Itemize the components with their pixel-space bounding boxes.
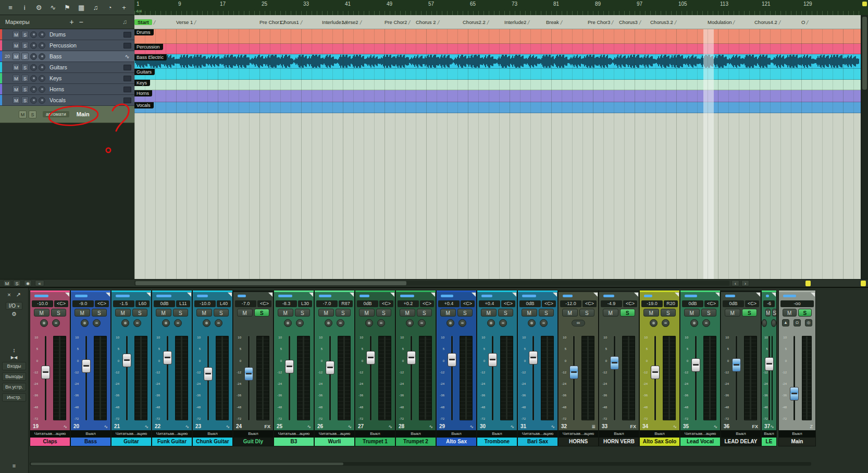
- solo-button[interactable]: S: [417, 309, 432, 317]
- fader-handle[interactable]: [407, 351, 416, 365]
- monitor-button[interactable]: [702, 319, 710, 327]
- channel-strip-trumpet-2[interactable]: +0.2<C>MS1050-12-24-36-48-7228∿ВыклTrump…: [395, 290, 436, 446]
- track-mute-button[interactable]: M: [13, 86, 20, 93]
- fader-track[interactable]: [242, 334, 255, 422]
- auto-icon[interactable]: ∿: [469, 424, 474, 429]
- track-row-guitars[interactable]: MSGuitars: [0, 62, 134, 73]
- solo-button[interactable]: S: [376, 309, 392, 317]
- auto-icon[interactable]: ∿: [307, 424, 311, 429]
- fader-handle[interactable]: [448, 353, 456, 367]
- zoom-corner-button-2[interactable]: [861, 281, 866, 286]
- record-arm-button[interactable]: [284, 319, 292, 327]
- mute-button[interactable]: M: [603, 309, 618, 317]
- fader-track[interactable]: [689, 334, 702, 422]
- marker-chorus4-2[interactable]: Chorus4.2/: [754, 17, 780, 27]
- track-record-button[interactable]: [30, 42, 37, 49]
- channel-name[interactable]: Trumpet 2: [396, 438, 436, 446]
- auto-icon[interactable]: ∿: [63, 424, 67, 429]
- gain-value[interactable]: -7.0: [316, 300, 338, 307]
- auto-icon[interactable]: ∿: [429, 424, 433, 429]
- channel-strip-lead-delay[interactable]: 0dB<C>MS1050-12-24-36-48-7236FXВыклLEAD …: [721, 290, 761, 446]
- record-arm-button[interactable]: [447, 319, 454, 327]
- auto-icon[interactable]: ∿: [226, 424, 230, 429]
- track-record-button[interactable]: [30, 86, 37, 93]
- channel-strip-main[interactable]: -ooMS▲Ω◎1050-12-24-36-48-72ZВыклMain: [778, 290, 816, 446]
- track-record-button[interactable]: [30, 64, 37, 71]
- channel-strip-horns[interactable]: -12.0<C>MS∞1050-12-24-36-48-7232≣Читатьа…: [558, 290, 599, 446]
- auto-icon[interactable]: ∿: [551, 424, 555, 429]
- record-arm-button[interactable]: [528, 319, 536, 327]
- solo-button[interactable]: S: [295, 309, 311, 317]
- auto-icon[interactable]: ∿: [510, 424, 514, 429]
- track-monitor-button[interactable]: [39, 42, 45, 49]
- mute-button[interactable]: M: [725, 309, 740, 317]
- track-mute-button[interactable]: M: [13, 53, 20, 60]
- fold-corner-icon[interactable]: [65, 293, 69, 297]
- remove-marker-button[interactable]: −: [77, 18, 86, 26]
- solo-button[interactable]: S: [214, 309, 229, 317]
- marker-pre-chor2[interactable]: Pre Chor2/: [385, 17, 410, 27]
- record-arm-button[interactable]: [365, 319, 373, 327]
- fold-corner-icon[interactable]: [715, 293, 720, 297]
- record-arm-button[interactable]: [690, 319, 698, 327]
- music-note-icon[interactable]: ♫: [122, 18, 127, 26]
- sidebar-item-outputs[interactable]: Выходы: [2, 372, 26, 381]
- monitor-button[interactable]: [93, 319, 101, 327]
- fold-corner-icon[interactable]: [106, 293, 110, 297]
- mute-button[interactable]: M: [643, 309, 659, 317]
- track-solo-button[interactable]: S: [21, 96, 29, 104]
- mute-button[interactable]: M: [783, 309, 797, 317]
- sidebar-item-inputs[interactable]: Входы: [2, 362, 26, 370]
- solo-button[interactable]: S: [254, 309, 270, 317]
- gain-value[interactable]: -9.0: [72, 300, 94, 307]
- notes-icon[interactable]: ♫: [91, 4, 101, 11]
- fader-track[interactable]: [405, 334, 417, 422]
- pan-value[interactable]: <C>: [501, 300, 515, 307]
- metronome-icon[interactable]: ◔: [105, 4, 115, 11]
- horizontal-scrollbar[interactable]: [134, 281, 729, 286]
- headphones-icon[interactable]: Ω: [793, 319, 801, 326]
- monitor-button[interactable]: [337, 319, 344, 327]
- mute-button[interactable]: M: [278, 309, 293, 317]
- solo-button[interactable]: S: [336, 309, 351, 317]
- record-arm-button[interactable]: [81, 319, 89, 327]
- tool-icon[interactable]: ⚙: [11, 311, 17, 318]
- track-solo-button[interactable]: S: [21, 86, 29, 93]
- track-mute-button[interactable]: M: [13, 64, 20, 71]
- pan-value[interactable]: <C>: [461, 300, 475, 307]
- gain-value[interactable]: 0dB: [357, 300, 378, 307]
- pan-value[interactable]: <C>: [257, 300, 271, 307]
- fold-corner-icon[interactable]: [472, 293, 476, 297]
- fold-corner-icon[interactable]: [811, 293, 815, 297]
- horizontal-scrollbar-thumb[interactable]: [135, 281, 406, 285]
- fader-track[interactable]: [567, 334, 580, 422]
- track-row-bass[interactable]: 20MSBass∿: [0, 51, 134, 62]
- monitor-button[interactable]: [52, 319, 60, 327]
- automation-mode-label[interactable]: Выкл: [599, 430, 639, 438]
- track-monitor-button[interactable]: [39, 86, 45, 93]
- monitor-button[interactable]: [418, 319, 426, 327]
- fader-track[interactable]: [527, 334, 539, 422]
- channel-name[interactable]: Alto Sax: [437, 438, 476, 446]
- channel-name[interactable]: LE: [762, 438, 776, 446]
- solo-button[interactable]: S: [173, 309, 189, 317]
- pan-value[interactable]: L11: [176, 300, 190, 307]
- gain-value[interactable]: -8.3: [276, 300, 297, 307]
- marker-chorus3-2[interactable]: Chorus3.2/: [650, 17, 676, 27]
- bus-icon[interactable]: ≣: [591, 424, 596, 429]
- fader-handle[interactable]: [41, 366, 50, 379]
- track-mute-button[interactable]: M: [13, 96, 20, 104]
- marker-chorus3[interactable]: Chorus3/: [619, 17, 641, 27]
- fold-corner-icon[interactable]: [593, 293, 598, 297]
- fader-handle[interactable]: [366, 351, 375, 365]
- fader-track[interactable]: [161, 334, 173, 422]
- mute-button[interactable]: M: [156, 309, 171, 317]
- track-mute-button[interactable]: M: [13, 42, 20, 49]
- gain-value[interactable]: 0dB: [154, 300, 175, 307]
- close-icon[interactable]: ×: [7, 292, 10, 298]
- gain-value[interactable]: +0.4: [479, 300, 500, 307]
- pan-value[interactable]: L60: [135, 300, 150, 307]
- scroll-left-button[interactable]: ‹: [731, 280, 739, 286]
- track-monitor-button[interactable]: [39, 31, 45, 38]
- fold-corner-icon[interactable]: [268, 293, 272, 297]
